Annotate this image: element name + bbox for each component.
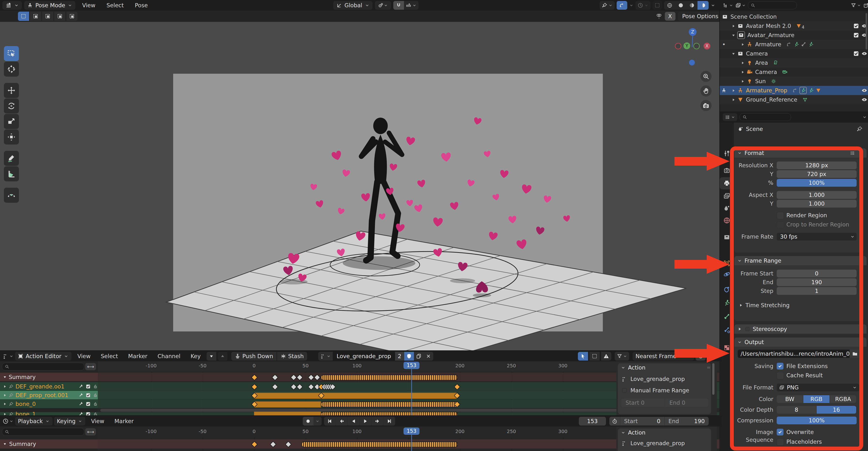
tool-transform[interactable] bbox=[4, 130, 19, 144]
crop-render-region-checkbox[interactable] bbox=[777, 221, 784, 228]
outliner-id-filter[interactable] bbox=[735, 2, 746, 8]
manual-range-checkbox[interactable] bbox=[621, 387, 627, 394]
timeline-search-field[interactable] bbox=[2, 428, 84, 436]
play-reverse-button[interactable] bbox=[348, 417, 360, 426]
action-up-button[interactable] bbox=[218, 352, 227, 361]
tool-cursor[interactable] bbox=[4, 62, 19, 77]
drag-handle[interactable] bbox=[858, 339, 864, 345]
expand-collapse-button[interactable]: ⟷ bbox=[85, 428, 96, 435]
compression-slider[interactable]: 100% bbox=[777, 417, 857, 424]
outliner-row-scene-collection[interactable]: Scene Collection bbox=[720, 12, 868, 21]
unlink-action-button[interactable] bbox=[424, 352, 433, 361]
action-panel-header[interactable]: Action bbox=[618, 363, 714, 372]
expand-collapse-icon[interactable] bbox=[731, 33, 736, 37]
frame-end-field[interactable]: 190 bbox=[777, 278, 857, 286]
channel-row-def-prop-root-001[interactable]: DEF_prop_root.001 bbox=[0, 391, 101, 399]
outliner-row-sun[interactable]: Sun bbox=[720, 77, 868, 86]
menu-view[interactable]: View bbox=[78, 0, 100, 11]
channel-lock[interactable] bbox=[93, 384, 98, 389]
frame-start-field[interactable]: Start0 bbox=[620, 417, 664, 426]
channel-pin[interactable] bbox=[9, 401, 13, 406]
color-option-bw[interactable]: BW bbox=[777, 395, 803, 403]
toggle-check[interactable] bbox=[853, 32, 859, 38]
action-name-field[interactable]: Love_grenade_prop bbox=[333, 352, 395, 361]
color-depth-option-16[interactable]: 16 bbox=[817, 406, 856, 414]
select-mode-intersect[interactable] bbox=[66, 12, 78, 21]
xray-toggle[interactable] bbox=[636, 1, 651, 10]
auto-keying-toggle[interactable] bbox=[303, 417, 313, 426]
channel-enable[interactable] bbox=[86, 393, 91, 398]
tab-object[interactable] bbox=[720, 257, 734, 270]
expand-expand-icon[interactable] bbox=[740, 79, 745, 83]
action-end-field[interactable]: End 0 bbox=[665, 399, 708, 407]
channel-modifier[interactable] bbox=[79, 393, 83, 398]
timeline-menu-marker[interactable]: Marker bbox=[110, 416, 138, 426]
next-keyframe-button[interactable] bbox=[372, 417, 383, 426]
action-browse-dropdown[interactable] bbox=[318, 352, 333, 361]
select-mode-invert[interactable] bbox=[54, 12, 65, 21]
keying-dropdown[interactable]: Keying bbox=[54, 417, 85, 426]
placeholders-checkbox[interactable] bbox=[777, 439, 784, 446]
pin-button[interactable] bbox=[857, 126, 863, 132]
expand-expand-icon[interactable] bbox=[731, 24, 736, 28]
shading-dropdown[interactable] bbox=[711, 3, 715, 8]
render-region-toggle[interactable] bbox=[652, 1, 662, 10]
proportional-toggle[interactable] bbox=[695, 352, 706, 361]
outliner-row-area[interactable]: Area bbox=[720, 58, 868, 67]
orientation-dropdown[interactable]: Global bbox=[333, 1, 372, 10]
outliner-row-armature-prop[interactable]: Armature_Prop bbox=[720, 86, 868, 95]
preview-range-toggle[interactable] bbox=[609, 417, 620, 426]
tool-measure[interactable] bbox=[4, 166, 19, 181]
channel-search-field[interactable] bbox=[2, 363, 84, 370]
section-header-frame-range[interactable]: Frame Range bbox=[734, 256, 867, 265]
frame-step-field[interactable]: 1 bbox=[777, 287, 857, 295]
show-overlays-toggle[interactable] bbox=[617, 1, 627, 10]
tab-physics[interactable] bbox=[720, 268, 734, 280]
timeline-summary-row[interactable]: Summary bbox=[0, 439, 101, 449]
shading-rendered[interactable] bbox=[698, 1, 709, 10]
tool-scale[interactable] bbox=[4, 114, 19, 129]
jump-to-start-button[interactable] bbox=[324, 417, 336, 426]
channel-enable[interactable] bbox=[86, 384, 91, 389]
tab-constraints[interactable] bbox=[720, 283, 734, 295]
tool-annotate[interactable] bbox=[4, 151, 19, 166]
presets-button[interactable] bbox=[849, 150, 856, 156]
playback-dropdown[interactable]: Playback bbox=[15, 417, 53, 426]
outliner-row-ground-reference[interactable]: Ground_Reference bbox=[720, 95, 868, 104]
aspect-x-field[interactable]: 1.000 bbox=[777, 191, 857, 199]
push-down-button[interactable]: Push Down bbox=[231, 352, 277, 361]
pan-button[interactable] bbox=[701, 85, 712, 96]
channel-expand-icon[interactable] bbox=[3, 375, 7, 379]
frame-start-field[interactable]: 0 bbox=[777, 270, 857, 277]
current-frame-field[interactable]: 153 bbox=[579, 417, 606, 426]
channel-modifier[interactable] bbox=[79, 384, 83, 389]
editor-type-dropdown[interactable] bbox=[2, 1, 22, 10]
section-checkbox[interactable] bbox=[744, 326, 750, 332]
timeline-editor-dropdown[interactable] bbox=[2, 418, 13, 424]
falloff-dropdown[interactable] bbox=[707, 353, 718, 359]
tool-move[interactable] bbox=[4, 83, 19, 98]
frame-rate-dropdown[interactable]: 30 fps bbox=[777, 233, 852, 241]
timeline-current-frame-badge[interactable]: 153 bbox=[403, 427, 420, 435]
properties-search[interactable] bbox=[740, 113, 791, 121]
fake-user-toggle[interactable] bbox=[404, 352, 414, 361]
outliner-scrollbar[interactable] bbox=[866, 13, 867, 50]
frame-rate-dropdown-chevron[interactable] bbox=[848, 233, 857, 241]
expand-expand-icon[interactable] bbox=[740, 43, 745, 47]
aspect-y-field[interactable]: 1.000 bbox=[777, 200, 857, 207]
dopesheet-menu-key[interactable]: Key bbox=[186, 351, 205, 362]
channel-expand-icon[interactable] bbox=[3, 385, 7, 389]
menu-pose[interactable]: Pose bbox=[130, 0, 152, 11]
pivot-point-dropdown[interactable] bbox=[375, 1, 391, 10]
action-down-button[interactable] bbox=[207, 352, 216, 361]
tab-bone-constraint[interactable] bbox=[720, 324, 734, 336]
channel-pin[interactable] bbox=[9, 384, 13, 389]
render-region-checkbox[interactable] bbox=[777, 212, 784, 219]
outliner-row-armature[interactable]: •Armature bbox=[720, 40, 868, 49]
channel-enable[interactable] bbox=[86, 401, 91, 406]
timeline-playhead-line[interactable] bbox=[411, 435, 412, 451]
timeline-action-header[interactable]: Action bbox=[618, 428, 714, 437]
expand-expand-icon[interactable] bbox=[740, 61, 745, 65]
drag-handle[interactable] bbox=[858, 150, 864, 156]
tab-output[interactable] bbox=[720, 177, 734, 189]
